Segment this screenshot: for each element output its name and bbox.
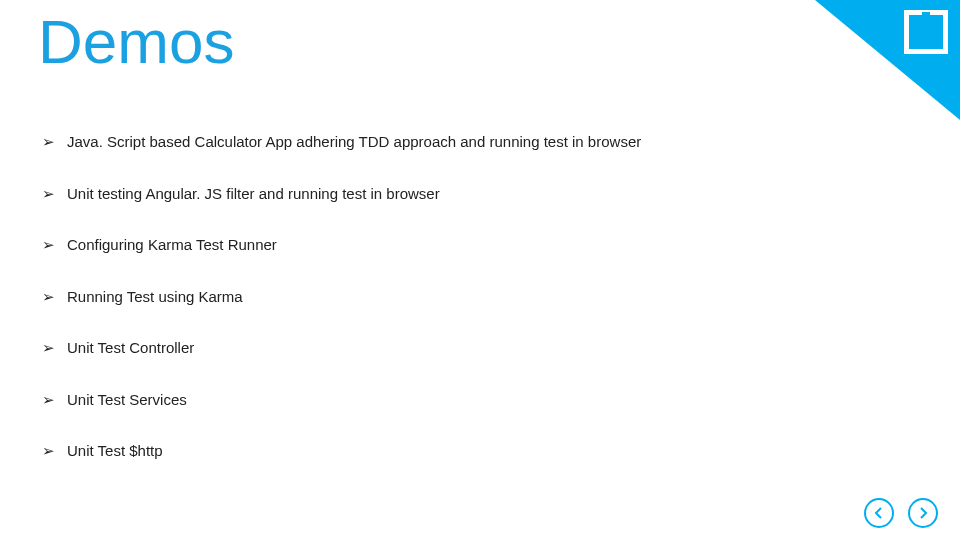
list-item-text: Configuring Karma Test Runner [67,235,277,255]
bullet-arrow-icon: ➢ [42,338,55,358]
list-item: ➢ Unit Test $http [42,441,900,461]
bullet-arrow-icon: ➢ [42,132,55,152]
next-button[interactable] [908,498,938,528]
bullet-arrow-icon: ➢ [42,441,55,461]
bullet-arrow-icon: ➢ [42,287,55,307]
bullet-arrow-icon: ➢ [42,184,55,204]
svg-rect-1 [922,24,930,46]
list-item: ➢ Java. Script based Calculator App adhe… [42,132,900,152]
list-item: ➢ Configuring Karma Test Runner [42,235,900,255]
arrow-right-icon [916,506,930,520]
prev-button[interactable] [864,498,894,528]
list-item: ➢ Unit Test Controller [42,338,900,358]
list-item: ➢ Unit Test Services [42,390,900,410]
bullet-arrow-icon: ➢ [42,235,55,255]
slide-title: Demos [38,6,234,77]
bullet-list: ➢ Java. Script based Calculator App adhe… [42,132,900,493]
list-item-text: Unit Test Services [67,390,187,410]
list-item-text: Java. Script based Calculator App adheri… [67,132,641,152]
list-item-text: Unit testing Angular. JS filter and runn… [67,184,440,204]
svg-rect-2 [922,12,930,20]
arrow-left-icon [872,506,886,520]
list-item-text: Running Test using Karma [67,287,243,307]
bullet-arrow-icon: ➢ [42,390,55,410]
nav-controls [864,498,938,528]
list-item: ➢ Running Test using Karma [42,287,900,307]
list-item-text: Unit Test $http [67,441,163,461]
list-item-text: Unit Test Controller [67,338,194,358]
brand-logo-icon [904,10,948,58]
list-item: ➢ Unit testing Angular. JS filter and ru… [42,184,900,204]
